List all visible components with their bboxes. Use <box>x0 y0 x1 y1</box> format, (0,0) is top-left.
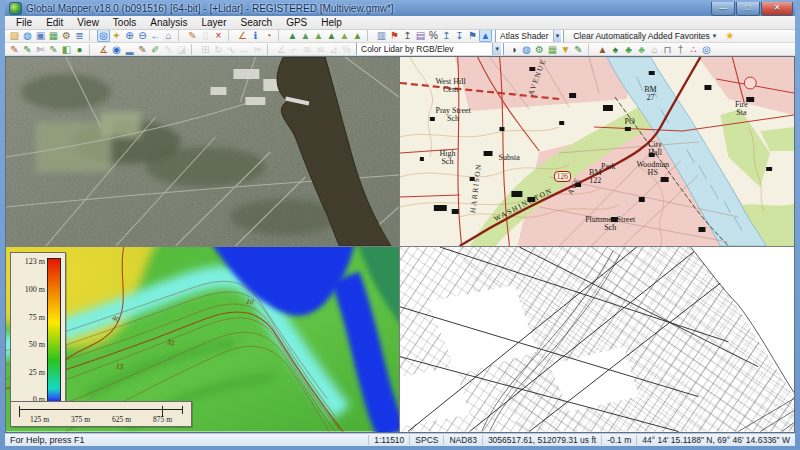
menu-item[interactable]: Help <box>314 17 349 28</box>
menu-item[interactable]: File <box>9 17 39 28</box>
measure-tool-icon[interactable]: ∠ <box>236 30 249 43</box>
classify-low-vegetation-icon[interactable]: ♠ <box>609 43 622 56</box>
range-ring-icon[interactable]: ◉ <box>110 43 123 56</box>
parallel-line-icon[interactable]: ≋ <box>301 43 314 56</box>
lidar-time-icon[interactable]: ◑ <box>507 43 520 56</box>
legend-tick-labels: 123 m100 m75 m50 m25 m0 m <box>13 258 45 404</box>
pan-tool-icon[interactable]: ✦ <box>110 30 123 43</box>
menu-item[interactable]: Analysis <box>143 17 194 28</box>
percent-icon[interactable]: % <box>427 30 440 43</box>
terrain-painting-icon[interactable]: ▲ <box>312 30 325 43</box>
lidar-color-select[interactable]: Color Lidar by RGB/Elev ▾ <box>356 43 504 56</box>
lidar-settings-icon[interactable]: ⚙ <box>533 43 546 56</box>
triangle-tool-icon[interactable]: ⊿ <box>327 43 340 56</box>
water-tank-symbol <box>744 77 756 89</box>
flag-icon[interactable]: ⚑ <box>388 30 401 43</box>
notebook-icon[interactable]: ▤ <box>414 30 427 43</box>
right-angle-icon[interactable]: ⌐ <box>288 43 301 56</box>
overlay-control-center-icon[interactable]: ≣ <box>73 30 86 43</box>
filter-lidar-icon[interactable]: ▼ <box>559 43 572 56</box>
scale-bar-label: 375 m <box>60 415 101 424</box>
digitizer-tool-icon[interactable]: ✎ <box>186 30 199 43</box>
flatten-terrain-icon[interactable]: ▲ <box>351 30 364 43</box>
menu-item[interactable]: Edit <box>39 17 70 28</box>
map-layout-icon[interactable]: ▥ <box>375 30 388 43</box>
feature-info-icon[interactable]: ℹ <box>249 30 262 43</box>
classify-building-icon[interactable]: ⌂ <box>648 43 661 56</box>
minimize-button[interactable]: — <box>711 2 735 16</box>
pane-vector-map[interactable] <box>400 247 794 432</box>
gps-flag-icon[interactable]: ⚑ <box>466 30 479 43</box>
view-shed-icon[interactable]: ▲ <box>286 30 299 43</box>
clear-favorites-button[interactable]: Clear Automatically Added Favorites ▾ <box>567 30 722 43</box>
menu-item[interactable]: Layer <box>194 17 233 28</box>
trace-feature-icon[interactable]: ✎ <box>47 43 60 56</box>
classify-pole-icon[interactable]: † <box>674 43 687 56</box>
edit-lidar-icon[interactable]: ✎ <box>572 43 585 56</box>
path-profile-icon[interactable]: ◔ <box>262 30 275 43</box>
download-online-imagery-icon[interactable]: ◍ <box>21 30 34 43</box>
lidar-search-icon[interactable]: ◎ <box>700 43 713 56</box>
map-catalog-icon[interactable]: ▦ <box>47 30 60 43</box>
walk-mode-icon[interactable]: ↥ <box>401 30 414 43</box>
configuration-icon[interactable]: ⚙ <box>60 30 73 43</box>
cut-feature-icon[interactable]: ✂ <box>251 43 264 56</box>
clear-favorites-label: Clear Automatically Added Favorites <box>573 31 710 41</box>
sort-ascending-icon[interactable]: ↥ <box>440 30 453 43</box>
paint-area-icon[interactable]: ✐ <box>149 43 162 56</box>
global-mapper-window: Global Mapper v18.0 (b091516) [64-bit] -… <box>0 0 800 450</box>
terrain-compare-icon[interactable]: ▲ <box>338 30 351 43</box>
menu-item[interactable]: Search <box>233 17 279 28</box>
scale-feature-icon[interactable]: % <box>340 43 353 56</box>
save-workspace-icon[interactable]: ▣ <box>34 30 47 43</box>
favorites-star-icon[interactable]: ★ <box>725 30 734 41</box>
split-feature-icon[interactable]: ✄ <box>34 43 47 56</box>
terrain-layers-icon[interactable]: ▲ <box>325 30 338 43</box>
classify-powerline-icon[interactable]: ⊓ <box>661 43 674 56</box>
3d-view-icon[interactable]: ▲ <box>479 30 492 43</box>
lidar-globe-icon[interactable]: ◍ <box>520 43 533 56</box>
classify-noise-icon[interactable]: ∴ <box>687 43 700 56</box>
close-button[interactable]: ✕ <box>761 2 793 16</box>
menu-item[interactable]: Tools <box>106 17 143 28</box>
maximize-button[interactable]: □ <box>736 2 760 16</box>
watershed-icon[interactable]: ▲ <box>299 30 312 43</box>
move-feature-icon[interactable]: ⊞ <box>199 43 212 56</box>
edit-vertices-icon[interactable]: ✎ <box>8 43 21 56</box>
erase-feature-icon[interactable]: ◪ <box>175 43 188 56</box>
zoom-in-icon[interactable]: ⊕ <box>123 30 136 43</box>
edit-selected-icon[interactable]: ✎ <box>162 43 175 56</box>
zoom-out-icon[interactable]: ⊖ <box>136 30 149 43</box>
lidar-grid-icon[interactable]: ▦ <box>546 43 559 56</box>
pane-topo-map[interactable]: West Hill Cem Pray Street Sch AVENUE BM … <box>400 57 794 246</box>
perpendicular-line-icon[interactable]: ≌ <box>314 43 327 56</box>
coordinate-entry-icon[interactable]: ∡ <box>97 43 110 56</box>
classify-tree-icon[interactable]: ♣ <box>622 43 635 56</box>
shader-select[interactable]: Atlas Shader ▾ <box>495 30 564 43</box>
full-view-icon[interactable]: ⌂ <box>162 30 175 43</box>
map-label-city-hall: City Hall <box>648 141 662 157</box>
route-126-shield: 126 <box>554 171 571 182</box>
offset-feature-icon[interactable]: ↔ <box>238 43 251 56</box>
previous-view-icon[interactable]: ← <box>149 30 162 43</box>
classify-ground-icon[interactable]: ▲ <box>596 43 609 56</box>
edit-feature-icon[interactable]: ▯ <box>199 30 212 43</box>
create-point-icon[interactable]: ● <box>73 43 86 56</box>
pane-aerial-imagery[interactable] <box>6 57 399 246</box>
menu-item[interactable]: GPS <box>279 17 314 28</box>
freehand-draw-icon[interactable]: ✎ <box>136 43 149 56</box>
reshape-feature-icon[interactable]: ∿ <box>225 43 238 56</box>
delete-feature-icon[interactable]: × <box>212 30 225 43</box>
sort-descending-icon[interactable]: ↧ <box>453 30 466 43</box>
classify-canopy-icon[interactable]: ♣ <box>635 43 648 56</box>
pane-elevation-grid[interactable]: 123 m100 m75 m50 m25 m0 m 40 10 55 15 12… <box>6 247 399 432</box>
menu-item[interactable]: View <box>70 17 106 28</box>
snap-angle-icon[interactable]: ∠ <box>275 43 288 56</box>
zoom-tool-icon[interactable]: ◎ <box>97 30 110 43</box>
status-segment: NAD83 <box>443 435 481 445</box>
open-file-icon[interactable]: ▨ <box>8 30 21 43</box>
profile-line-icon[interactable]: ▂ <box>123 43 136 56</box>
move-vertex-icon[interactable]: ✎ <box>21 43 34 56</box>
create-area-icon[interactable]: ◧ <box>60 43 73 56</box>
rotate-feature-icon[interactable]: ↻ <box>212 43 225 56</box>
